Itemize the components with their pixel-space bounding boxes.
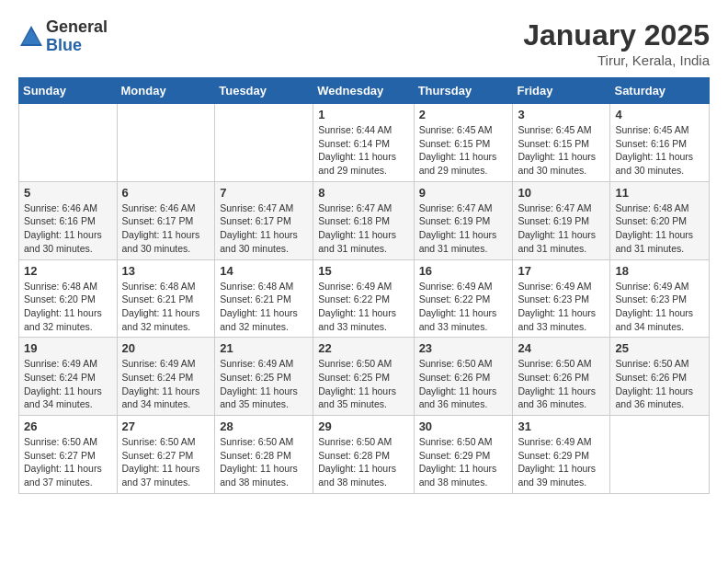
- day-number: 4: [615, 108, 704, 121]
- page-header: General Blue January 2025 Tirur, Kerala,…: [18, 18, 710, 68]
- calendar-week-row: 12Sunrise: 6:48 AM Sunset: 6:20 PM Dayli…: [19, 259, 710, 338]
- day-number: 21: [220, 341, 308, 355]
- calendar-cell: 3Sunrise: 6:45 AM Sunset: 6:15 PM Daylig…: [513, 104, 610, 182]
- calendar-table: SundayMondayTuesdayWednesdayThursdayFrid…: [18, 77, 710, 494]
- day-info: Sunrise: 6:50 AM Sunset: 6:28 PM Dayligh…: [220, 435, 308, 489]
- calendar-cell: 17Sunrise: 6:49 AM Sunset: 6:23 PM Dayli…: [513, 259, 610, 338]
- day-info: Sunrise: 6:50 AM Sunset: 6:26 PM Dayligh…: [615, 357, 704, 411]
- day-number: 11: [615, 186, 704, 200]
- calendar-cell: 28Sunrise: 6:50 AM Sunset: 6:28 PM Dayli…: [215, 416, 313, 494]
- calendar-cell: 11Sunrise: 6:48 AM Sunset: 6:20 PM Dayli…: [610, 181, 710, 259]
- calendar-cell: 12Sunrise: 6:48 AM Sunset: 6:20 PM Dayli…: [19, 259, 118, 338]
- day-info: Sunrise: 6:49 AM Sunset: 6:22 PM Dayligh…: [419, 280, 508, 334]
- day-info: Sunrise: 6:47 AM Sunset: 6:19 PM Dayligh…: [518, 201, 605, 256]
- calendar-cell: 15Sunrise: 6:49 AM Sunset: 6:22 PM Dayli…: [313, 259, 414, 338]
- day-info: Sunrise: 6:45 AM Sunset: 6:15 PM Dayligh…: [518, 123, 605, 178]
- day-info: Sunrise: 6:50 AM Sunset: 6:27 PM Dayligh…: [24, 435, 112, 489]
- day-number: 25: [615, 341, 704, 355]
- calendar-cell: 8Sunrise: 6:47 AM Sunset: 6:18 PM Daylig…: [313, 181, 414, 259]
- calendar-cell: 30Sunrise: 6:50 AM Sunset: 6:29 PM Dayli…: [414, 416, 513, 494]
- day-info: Sunrise: 6:50 AM Sunset: 6:25 PM Dayligh…: [318, 357, 408, 411]
- calendar-cell: 25Sunrise: 6:50 AM Sunset: 6:26 PM Dayli…: [610, 338, 710, 416]
- day-number: 20: [122, 341, 210, 355]
- day-number: 1: [318, 108, 408, 121]
- day-number: 30: [419, 419, 508, 433]
- day-number: 27: [122, 419, 210, 433]
- day-info: Sunrise: 6:47 AM Sunset: 6:19 PM Dayligh…: [419, 201, 508, 256]
- svg-marker-1: [22, 29, 40, 44]
- calendar-cell: 4Sunrise: 6:45 AM Sunset: 6:16 PM Daylig…: [610, 104, 710, 182]
- day-number: 15: [318, 264, 408, 278]
- day-number: 8: [318, 186, 408, 200]
- day-info: Sunrise: 6:48 AM Sunset: 6:20 PM Dayligh…: [24, 280, 112, 334]
- day-number: 9: [419, 186, 508, 200]
- day-number: 23: [419, 341, 508, 355]
- day-number: 2: [419, 108, 508, 121]
- calendar-week-row: 19Sunrise: 6:49 AM Sunset: 6:24 PM Dayli…: [19, 338, 710, 416]
- day-info: Sunrise: 6:49 AM Sunset: 6:24 PM Dayligh…: [122, 357, 210, 411]
- calendar-cell: 24Sunrise: 6:50 AM Sunset: 6:26 PM Dayli…: [513, 338, 610, 416]
- month-title: January 2025: [523, 18, 710, 52]
- calendar-cell: 13Sunrise: 6:48 AM Sunset: 6:21 PM Dayli…: [117, 259, 215, 338]
- calendar-cell: 20Sunrise: 6:49 AM Sunset: 6:24 PM Dayli…: [117, 338, 215, 416]
- weekday-header: Saturday: [610, 78, 710, 104]
- day-info: Sunrise: 6:47 AM Sunset: 6:17 PM Dayligh…: [220, 201, 308, 256]
- calendar-cell: 16Sunrise: 6:49 AM Sunset: 6:22 PM Dayli…: [414, 259, 513, 338]
- day-number: 16: [419, 264, 508, 278]
- weekday-header: Thursday: [414, 78, 513, 104]
- calendar-week-row: 1Sunrise: 6:44 AM Sunset: 6:14 PM Daylig…: [19, 104, 710, 182]
- weekday-header: Monday: [117, 78, 215, 104]
- calendar-cell: 23Sunrise: 6:50 AM Sunset: 6:26 PM Dayli…: [414, 338, 513, 416]
- day-number: 24: [518, 341, 605, 355]
- title-block: January 2025 Tirur, Kerala, India: [523, 18, 710, 68]
- weekday-header: Friday: [513, 78, 610, 104]
- day-info: Sunrise: 6:46 AM Sunset: 6:17 PM Dayligh…: [122, 201, 210, 256]
- day-number: 19: [24, 341, 112, 355]
- calendar-cell: 19Sunrise: 6:49 AM Sunset: 6:24 PM Dayli…: [19, 338, 118, 416]
- weekday-header: Wednesday: [313, 78, 414, 104]
- calendar-cell: 5Sunrise: 6:46 AM Sunset: 6:16 PM Daylig…: [19, 181, 118, 259]
- logo: General Blue: [18, 18, 108, 55]
- day-info: Sunrise: 6:45 AM Sunset: 6:15 PM Dayligh…: [419, 123, 508, 178]
- day-number: 28: [220, 419, 308, 433]
- day-number: 17: [518, 264, 605, 278]
- logo-icon: [18, 24, 44, 50]
- day-number: 3: [518, 108, 605, 121]
- day-number: 12: [24, 264, 112, 278]
- calendar-cell: 14Sunrise: 6:48 AM Sunset: 6:21 PM Dayli…: [215, 259, 313, 338]
- calendar-cell: 10Sunrise: 6:47 AM Sunset: 6:19 PM Dayli…: [513, 181, 610, 259]
- day-number: 14: [220, 264, 308, 278]
- day-info: Sunrise: 6:50 AM Sunset: 6:26 PM Dayligh…: [419, 357, 508, 411]
- day-info: Sunrise: 6:49 AM Sunset: 6:29 PM Dayligh…: [518, 435, 605, 489]
- day-info: Sunrise: 6:48 AM Sunset: 6:21 PM Dayligh…: [220, 280, 308, 334]
- day-number: 22: [318, 341, 408, 355]
- location: Tirur, Kerala, India: [523, 52, 710, 68]
- calendar-cell: [117, 104, 215, 182]
- day-info: Sunrise: 6:49 AM Sunset: 6:25 PM Dayligh…: [220, 357, 308, 411]
- logo-general: General: [46, 18, 108, 37]
- calendar-cell: 26Sunrise: 6:50 AM Sunset: 6:27 PM Dayli…: [19, 416, 118, 494]
- day-info: Sunrise: 6:50 AM Sunset: 6:29 PM Dayligh…: [419, 435, 508, 489]
- calendar-cell: 31Sunrise: 6:49 AM Sunset: 6:29 PM Dayli…: [513, 416, 610, 494]
- day-info: Sunrise: 6:50 AM Sunset: 6:28 PM Dayligh…: [318, 435, 408, 489]
- day-number: 6: [122, 186, 210, 200]
- day-number: 18: [615, 264, 704, 278]
- day-info: Sunrise: 6:50 AM Sunset: 6:26 PM Dayligh…: [518, 357, 605, 411]
- calendar-cell: 2Sunrise: 6:45 AM Sunset: 6:15 PM Daylig…: [414, 104, 513, 182]
- calendar-cell: [610, 416, 710, 494]
- calendar-cell: [215, 104, 313, 182]
- calendar-cell: 6Sunrise: 6:46 AM Sunset: 6:17 PM Daylig…: [117, 181, 215, 259]
- day-info: Sunrise: 6:47 AM Sunset: 6:18 PM Dayligh…: [318, 201, 408, 256]
- day-info: Sunrise: 6:46 AM Sunset: 6:16 PM Dayligh…: [24, 201, 112, 256]
- day-number: 7: [220, 186, 308, 200]
- day-info: Sunrise: 6:49 AM Sunset: 6:24 PM Dayligh…: [24, 357, 112, 411]
- day-info: Sunrise: 6:49 AM Sunset: 6:23 PM Dayligh…: [615, 280, 704, 334]
- day-number: 29: [318, 419, 408, 433]
- day-number: 13: [122, 264, 210, 278]
- day-info: Sunrise: 6:45 AM Sunset: 6:16 PM Dayligh…: [615, 123, 704, 178]
- weekday-header: Tuesday: [215, 78, 313, 104]
- calendar-cell: 29Sunrise: 6:50 AM Sunset: 6:28 PM Dayli…: [313, 416, 414, 494]
- day-number: 26: [24, 419, 112, 433]
- day-info: Sunrise: 6:50 AM Sunset: 6:27 PM Dayligh…: [122, 435, 210, 489]
- day-number: 31: [518, 419, 605, 433]
